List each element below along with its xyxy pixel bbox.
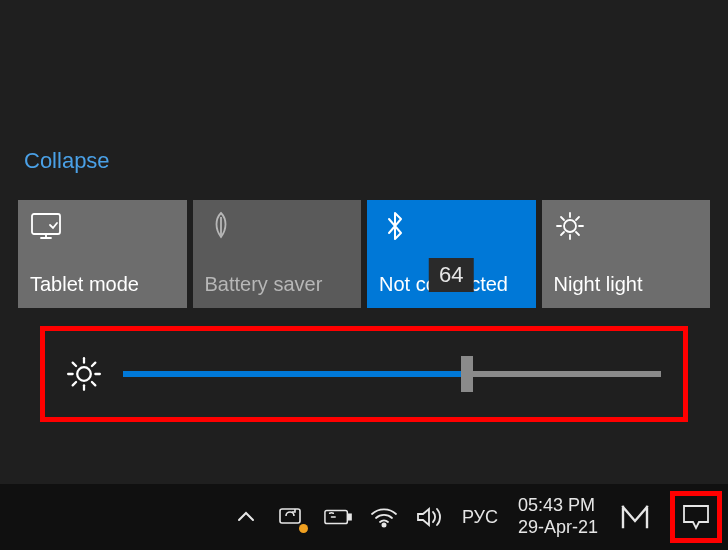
wifi-icon[interactable]	[370, 503, 398, 531]
system-tray: РУС	[232, 503, 498, 531]
quick-action-tiles: Tablet mode Battery saver Not connected …	[18, 200, 710, 308]
battery-icon[interactable]	[324, 503, 352, 531]
svg-point-2	[564, 220, 576, 232]
tile-bluetooth[interactable]: Not connected 64	[367, 200, 536, 308]
taskbar-date: 29-Apr-21	[518, 517, 598, 539]
tile-label: Battery saver	[205, 273, 350, 296]
sync-icon[interactable]	[278, 503, 306, 531]
brightness-slider-row	[40, 326, 688, 422]
svg-rect-22	[348, 514, 351, 520]
leaf-icon	[205, 210, 237, 242]
taskbar-clock[interactable]: 05:43 PM 29-Apr-21	[518, 495, 598, 538]
tile-label: Night light	[554, 273, 699, 296]
taskbar-time: 05:43 PM	[518, 495, 598, 517]
svg-line-17	[92, 382, 95, 385]
night-light-icon	[554, 210, 586, 242]
tile-label: Tablet mode	[30, 273, 175, 296]
taskbar: РУС 05:43 PM 29-Apr-21	[0, 484, 728, 550]
svg-rect-21	[325, 510, 347, 523]
slider-fill	[123, 371, 467, 377]
svg-point-11	[77, 367, 91, 381]
action-center-button[interactable]	[670, 491, 722, 543]
svg-point-23	[382, 523, 385, 526]
tile-tablet-mode[interactable]: Tablet mode	[18, 200, 187, 308]
svg-line-16	[73, 363, 76, 366]
svg-line-7	[561, 217, 564, 220]
bluetooth-icon	[379, 210, 411, 242]
svg-line-19	[92, 363, 95, 366]
volume-icon[interactable]	[416, 503, 444, 531]
slider-thumb[interactable]	[461, 356, 473, 392]
svg-line-9	[561, 232, 564, 235]
svg-line-18	[73, 382, 76, 385]
brightness-tooltip: 64	[429, 258, 473, 292]
tray-overflow-icon[interactable]	[232, 503, 260, 531]
svg-line-8	[576, 232, 579, 235]
language-indicator[interactable]: РУС	[462, 507, 498, 528]
svg-rect-20	[280, 509, 300, 523]
collapse-button[interactable]: Collapse	[24, 148, 110, 174]
brightness-slider[interactable]	[123, 371, 661, 377]
svg-line-10	[576, 217, 579, 220]
action-center-panel: Collapse Tablet mode Battery saver	[0, 0, 728, 422]
tablet-mode-icon	[30, 210, 62, 242]
tile-battery-saver[interactable]: Battery saver	[193, 200, 362, 308]
app-icon-m[interactable]	[618, 503, 652, 531]
brightness-icon	[67, 357, 101, 391]
tile-night-light[interactable]: Night light	[542, 200, 711, 308]
